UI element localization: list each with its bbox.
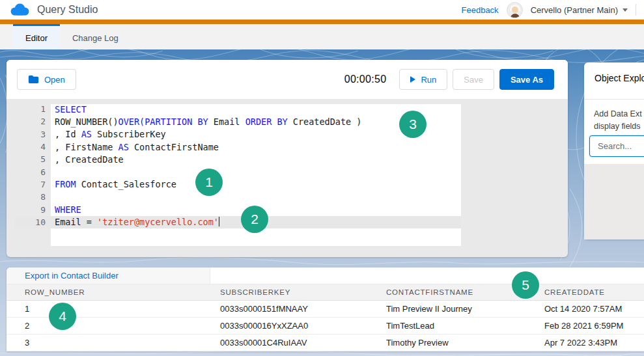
object-explorer-title: Object Explorer [595,73,644,83]
table-cell: 0033s00001C4RuIAAV [202,338,368,348]
avatar[interactable] [507,2,523,18]
code-text: , CreatedDate [52,154,124,165]
column-header: ROW_NUMBER [7,288,202,296]
annotation-step-3: 3 [399,111,427,138]
object-explorer-panel: Object Explorer Add Data Ext display fie… [584,62,644,240]
editor-toolbar: Open 00:00:50 Run Save Save As [7,60,568,99]
table-cell: 3 [7,338,202,348]
code-line: 10Email = 'tziter@mycervello.com' [15,216,461,228]
annotation-step-1: 1 [195,169,223,196]
query-editor-panel: Open 00:00:50 Run Save Save As 1SELECT2R… [7,60,568,257]
table-cell: Apr 7 2022 3:43PM [526,338,644,348]
query-timer: 00:00:50 [344,74,387,85]
object-explorer-hint: Add Data Ext display fields [594,108,642,133]
code-line: 9WHERE [15,203,461,215]
table-cell: 0033s000016YxXZAA0 [202,321,368,331]
export-contact-builder-link[interactable]: Export in Contact Builder [25,271,119,281]
code-line: 7FROM Contact_Salesforce [15,178,461,191]
line-number: 4 [15,142,52,152]
table-row: 20033s000016YxXZAA0TimTestLeadFeb 28 202… [7,318,644,335]
annotation-step-2: 2 [241,206,268,233]
annotation-step-5: 5 [512,271,539,299]
line-number: 1 [15,104,52,114]
line-number: 3 [15,130,52,139]
table-cell: Feb 28 2021 6:59PM [526,321,644,331]
open-button-label: Open [44,75,65,85]
save-as-button[interactable]: Save As [499,69,554,90]
line-number: 7 [15,180,52,189]
code-text: , FirstName AS ContactFirstName [52,142,219,152]
folder-icon [28,75,39,84]
results-toolbar: Export in Contact Builder [7,267,644,284]
divider [584,99,644,100]
play-icon [410,76,415,83]
code-text: , Id AS SubscriberKey [52,129,166,139]
feedback-link[interactable]: Feedback [462,5,499,15]
run-button-label: Run [421,75,436,85]
code-line: 3, Id AS SubscriberKey [15,128,461,141]
code-text: WHERE [52,204,81,215]
code-line: 1SELECT [15,103,461,115]
column-header: SUBSCRIBERKEY [202,288,368,296]
code-line: 5, CreatedDate [15,153,461,165]
results-panel: Export in Contact Builder ROW_NUMBERSUBS… [7,267,644,351]
table-cell: 0033s0000151fMNAAY [202,304,368,314]
code-line: 4, FirstName AS ContactFirstName [15,141,461,153]
run-button[interactable]: Run [399,69,447,90]
account-name: Cervello (Partner Main) [531,5,618,15]
header-divider [636,4,636,16]
sql-editor[interactable]: 1SELECT2ROW_NUMBER()OVER(PARTITION BY Em… [7,99,568,257]
account-menu[interactable]: Cervello (Partner Main) [531,5,628,15]
app-title: Query Studio [37,4,98,16]
column-header: CREATEDDATE [526,288,644,296]
code-text: FROM Contact_Salesforce [52,179,176,189]
line-number: 5 [15,154,52,164]
results-header-row: ROW_NUMBERSUBSCRIBERKEYCONTACTFIRSTNAMEC… [7,284,644,301]
tab-change-log[interactable]: Change Log [60,24,131,49]
tab-editor[interactable]: Editor [13,24,60,49]
code-line: 6 [15,165,461,178]
open-button[interactable]: Open [17,69,76,90]
brand-accent-bar [0,20,644,24]
salesforce-cloud-logo-icon [9,3,31,17]
code-text: SELECT [52,104,87,115]
line-number: 10 [15,217,52,227]
chevron-down-icon [623,8,628,12]
table-cell: Oct 14 2020 7:57AM [526,304,644,314]
annotation-step-4: 4 [49,303,76,330]
object-explorer-list-area[interactable] [584,164,644,240]
code-line: 8 [15,191,461,203]
line-number: 9 [15,205,52,215]
table-cell: 2 [7,321,202,331]
table-row: 10033s0000151fMNAAYTim Preview II Journe… [7,301,644,318]
search-input[interactable] [589,135,644,157]
table-cell: Tim Preview II Journey [368,304,526,314]
tab-bar: Editor Change Log [0,24,644,49]
code-line: 2ROW_NUMBER()OVER(PARTITION BY Email ORD… [15,115,461,128]
line-number: 2 [15,116,52,126]
table-cell: TimTestLead [368,321,526,331]
column-header: CONTACTFIRSTNAME [368,288,526,296]
code-text: ROW_NUMBER()OVER(PARTITION BY Email ORDE… [52,116,361,127]
line-number: 8 [15,192,52,202]
table-cell: Timothy Preview [368,338,526,348]
table-cell: 1 [7,304,202,314]
app-header: Query Studio Feedback Cervello (Partner … [0,0,644,20]
text-cursor [219,217,220,226]
table-row: 30033s00001C4RuIAAVTimothy PreviewApr 7 … [7,335,644,351]
save-button[interactable]: Save [453,69,494,90]
code-text: Email = 'tziter@mycervello.com' [52,217,219,227]
line-number: 6 [15,167,52,177]
